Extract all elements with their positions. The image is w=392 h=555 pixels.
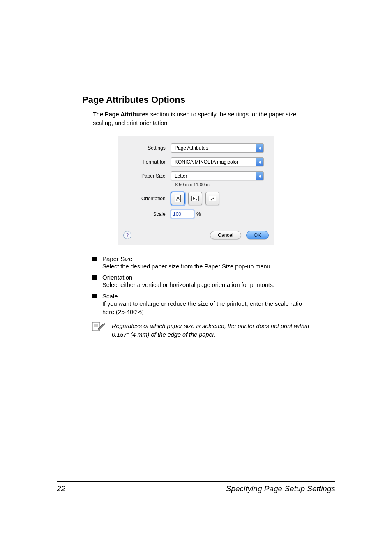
list-item: Orientation Select either a vertical or … <box>92 274 310 289</box>
help-icon: ? <box>126 232 129 238</box>
bullet-square-icon <box>92 257 97 261</box>
bullet-desc: If you want to enlarge or reduce the siz… <box>102 300 310 317</box>
bullet-list: Paper Size Select the desired paper size… <box>92 255 310 316</box>
format-for-popup[interactable]: KONICA MINOLTA magicolor <box>171 157 264 166</box>
intro-bold: Page Attributes <box>105 111 149 118</box>
bullet-desc: Select the desired paper size from the P… <box>102 262 310 271</box>
intro-text-prefix: The <box>93 111 105 118</box>
settings-value: Page Attributes <box>175 145 208 151</box>
portrait-icon <box>175 195 181 202</box>
scale-label: Scale: <box>122 211 171 217</box>
paper-size-dimensions: 8.50 in x 11.00 in <box>175 182 264 187</box>
format-for-label: Format for: <box>122 159 171 165</box>
orientation-reverse-landscape-button[interactable] <box>205 192 219 205</box>
note-icon <box>92 321 106 331</box>
popup-arrows-icon <box>256 172 263 180</box>
page-number: 22 <box>57 484 65 493</box>
scale-value: 100 <box>173 211 181 217</box>
popup-arrows-icon <box>256 144 263 152</box>
bullet-title: Orientation <box>102 274 132 281</box>
paper-size-value: Letter <box>175 173 187 179</box>
note: Regardless of which paper size is select… <box>92 322 310 339</box>
orientation-label: Orientation: <box>122 196 171 201</box>
settings-popup[interactable]: Page Attributes <box>171 143 264 153</box>
svg-point-3 <box>196 199 197 200</box>
paper-size-label: Paper Size: <box>122 173 171 179</box>
cancel-button[interactable]: Cancel <box>210 231 241 239</box>
list-item: Paper Size Select the desired paper size… <box>92 255 310 271</box>
svg-point-1 <box>176 200 177 201</box>
page-footer: 22 Specifying Page Setup Settings <box>57 481 335 493</box>
section-heading: Page Attributes Options <box>82 95 310 105</box>
list-item: Scale If you want to enlarge or reduce t… <box>92 293 310 317</box>
bullet-desc: Select either a vertical or horizontal p… <box>102 281 310 289</box>
format-for-value: KONICA MINOLTA magicolor <box>175 159 238 165</box>
orientation-landscape-button[interactable] <box>188 192 202 205</box>
footer-title: Specifying Page Setup Settings <box>226 484 335 493</box>
help-button[interactable]: ? <box>123 231 131 239</box>
intro-paragraph: The Page Attributes section is used to s… <box>93 110 310 127</box>
scale-suffix: % <box>196 211 201 217</box>
settings-label: Settings: <box>122 145 171 151</box>
scale-input[interactable]: 100 <box>171 210 194 218</box>
reverse-landscape-icon <box>209 196 216 201</box>
orientation-portrait-button[interactable] <box>171 192 185 205</box>
paper-size-popup[interactable]: Letter <box>171 171 264 180</box>
ok-button[interactable]: OK <box>246 231 269 239</box>
landscape-icon <box>191 196 199 201</box>
note-text: Regardless of which paper size is select… <box>112 322 310 339</box>
svg-point-5 <box>211 199 212 200</box>
bullet-square-icon <box>92 275 97 280</box>
bullet-square-icon <box>92 294 97 298</box>
popup-arrows-icon <box>256 158 263 166</box>
page-setup-dialog: Settings: Page Attributes Format for: KO… <box>118 136 274 245</box>
bullet-title: Paper Size <box>102 255 132 262</box>
bullet-title: Scale <box>102 293 118 300</box>
